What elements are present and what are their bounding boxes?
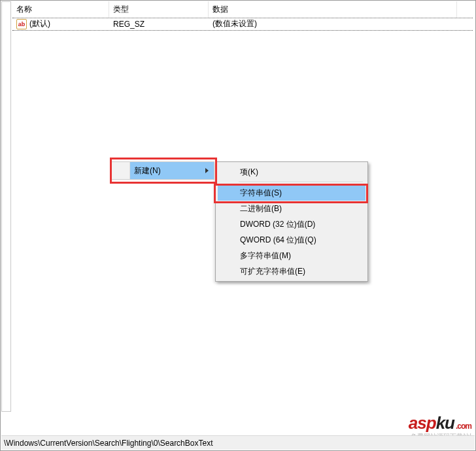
menu-item-string[interactable]: 字符串值(S) bbox=[218, 185, 366, 201]
menu-item-label: 多字符串值(M) bbox=[240, 250, 291, 261]
menu-item-qword[interactable]: QWORD (64 位)值(Q) bbox=[218, 232, 366, 248]
menu-item-binary[interactable]: 二进制值(B) bbox=[218, 201, 366, 216]
selection-dotted-top bbox=[12, 18, 473, 18]
menu-item-label: QWORD (64 位)值(Q) bbox=[240, 235, 316, 246]
menu-icon-gutter bbox=[112, 162, 130, 179]
menu-item-dword[interactable]: DWORD (32 位)值(D) bbox=[218, 216, 366, 232]
menu-separator bbox=[239, 182, 363, 183]
cell-data: (数值未设置) bbox=[209, 18, 457, 29]
tree-scrollbar-placeholder[interactable] bbox=[1, 1, 11, 412]
menu-item-multistring[interactable]: 多字符串值(M) bbox=[218, 248, 366, 263]
selection-dotted-bottom bbox=[12, 30, 473, 31]
col-header-name[interactable]: 名称 bbox=[12, 1, 109, 18]
menu-item-label: DWORD (32 位)值(D) bbox=[240, 219, 315, 230]
table-row[interactable]: ab (默认) REG_SZ (数值未设置) bbox=[12, 18, 475, 29]
registry-window: 名称 类型 数据 ab (默认) REG_SZ (数值未设置) 新建(N) 项(… bbox=[0, 0, 476, 451]
col-header-data[interactable]: 数据 bbox=[209, 1, 457, 18]
cell-name: ab (默认) bbox=[12, 18, 109, 29]
statusbar: \Windows\CurrentVersion\Search\Flighting… bbox=[1, 435, 475, 450]
context-menu-new[interactable]: 新建(N) bbox=[111, 161, 214, 180]
context-submenu-new: 项(K) 字符串值(S) 二进制值(B) DWORD (32 位)值(D) QW… bbox=[215, 161, 368, 282]
value-name: (默认) bbox=[29, 18, 50, 29]
menu-item-label: 可扩充字符串值(E) bbox=[240, 266, 305, 277]
menu-item-label: 项(K) bbox=[240, 167, 258, 178]
watermark-ku: ku bbox=[436, 413, 454, 433]
col-header-type[interactable]: 类型 bbox=[109, 1, 209, 18]
cell-type: REG_SZ bbox=[109, 20, 209, 29]
menu-item-label: 二进制值(B) bbox=[240, 203, 282, 214]
watermark-com: .com bbox=[456, 422, 471, 431]
chevron-right-icon bbox=[205, 168, 209, 173]
statusbar-path: \Windows\CurrentVersion\Search\Flighting… bbox=[4, 439, 212, 448]
watermark-logo: aspku.com bbox=[409, 413, 471, 433]
menu-item-expandstring[interactable]: 可扩充字符串值(E) bbox=[218, 263, 366, 279]
reg-string-icon: ab bbox=[16, 19, 27, 29]
menu-new-label: 新建(N) bbox=[134, 165, 161, 176]
menu-item-label: 字符串值(S) bbox=[240, 188, 282, 199]
menu-item-key[interactable]: 项(K) bbox=[218, 164, 366, 180]
list-header: 名称 类型 数据 bbox=[12, 2, 475, 18]
watermark-asp: asp bbox=[409, 413, 436, 433]
